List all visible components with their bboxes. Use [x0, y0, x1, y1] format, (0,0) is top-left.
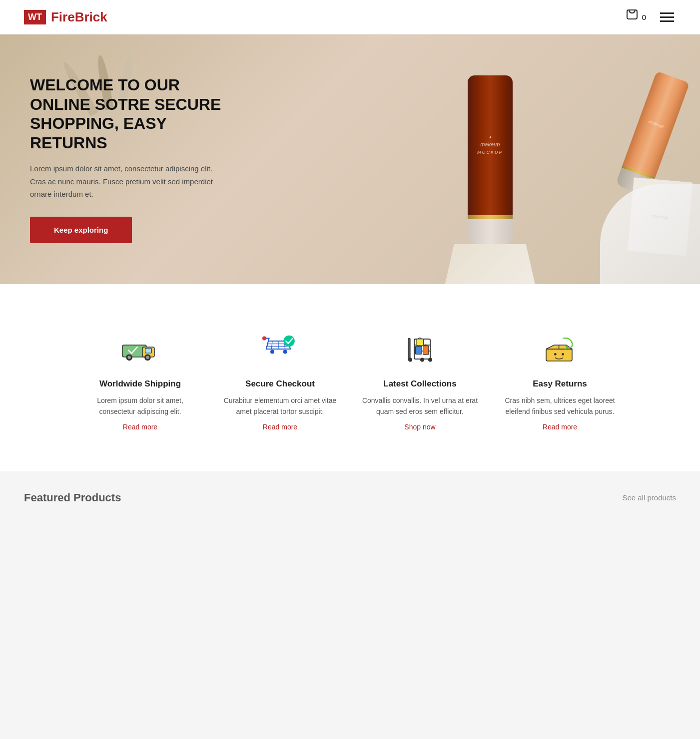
svg-point-23	[428, 358, 432, 362]
hero-products: ✦ makeupMOCKUP makeup makeup	[280, 34, 700, 284]
fabric-drape	[600, 184, 700, 284]
svg-point-15	[283, 336, 294, 347]
feature-shipping-link[interactable]: Read more	[123, 423, 157, 431]
feature-shipping-title: Worldwide Shipping	[80, 379, 200, 389]
feature-collections-title: Latest Collections	[360, 379, 480, 389]
side-tube-body: makeup	[623, 71, 690, 177]
menu-bar-2	[660, 16, 674, 18]
svg-point-16	[262, 336, 266, 340]
svg-point-21	[408, 358, 412, 362]
cart-count: 0	[642, 13, 646, 21]
features-grid: Worldwide Shipping Lorem ipsum dolor sit…	[75, 319, 625, 441]
svg-rect-3	[145, 348, 151, 353]
collections-icon	[395, 329, 445, 369]
main-tube: ✦ makeupMOCKUP	[468, 75, 513, 244]
feature-returns-link[interactable]: Read more	[543, 423, 577, 431]
tube-cap	[468, 219, 513, 244]
feature-shipping-desc: Lorem ipsum dolor sit amet, consectetur …	[80, 395, 200, 417]
featured-products-section: Featured Products See all products	[0, 471, 700, 519]
cart-button[interactable]: 0	[625, 9, 646, 25]
svg-point-5	[127, 356, 130, 359]
cart-icon	[625, 9, 639, 25]
side-tube-label: makeup	[648, 119, 665, 129]
svg-line-8	[271, 341, 272, 349]
svg-point-7	[146, 356, 149, 359]
hero-cta-button[interactable]: Keep exploring	[30, 217, 132, 243]
returns-icon	[535, 329, 585, 369]
feature-checkout-title: Secure Checkout	[220, 379, 340, 389]
svg-point-29	[554, 353, 557, 356]
tube-gold-ring	[468, 215, 513, 219]
svg-rect-20	[408, 338, 410, 359]
product-pedestal	[445, 244, 535, 284]
hero-description: Lorem ipsum dolor sit amet, consectetur …	[30, 162, 230, 201]
hero-section: ✦ makeupMOCKUP makeup makeup	[0, 34, 700, 284]
shipping-icon	[115, 329, 165, 369]
svg-point-14	[283, 350, 287, 354]
header: WT FireBrick 0	[0, 0, 700, 34]
logo: WT FireBrick	[24, 9, 107, 25]
tube-body: ✦ makeupMOCKUP	[468, 75, 513, 215]
side-tube: makeup	[616, 71, 690, 196]
svg-point-30	[562, 353, 564, 356]
logo-brick: Brick	[75, 9, 107, 24]
header-right: 0	[625, 9, 676, 25]
feature-checkout: Secure Checkout Curabitur elementum orci…	[215, 319, 345, 441]
feature-collections: Latest Collections Convallis convallis. …	[355, 319, 485, 441]
logo-fire: Fire	[51, 9, 75, 24]
feature-collections-desc: Convallis convallis. In vel urna at erat…	[360, 395, 480, 417]
svg-rect-26	[416, 339, 423, 346]
see-all-products-link[interactable]: See all products	[622, 493, 676, 502]
feature-collections-link[interactable]: Shop now	[404, 423, 435, 431]
feature-shipping: Worldwide Shipping Lorem ipsum dolor sit…	[75, 319, 205, 441]
svg-rect-0	[627, 10, 637, 19]
menu-bar-1	[660, 12, 674, 14]
feature-returns-title: Easy Returns	[500, 379, 620, 389]
feature-returns-desc: Cras nibh sem, ultrices eget laoreet ele…	[500, 395, 620, 417]
featured-products-title: Featured Products	[24, 491, 121, 504]
feature-checkout-desc: Curabitur elementum orci amet vitae amet…	[220, 395, 340, 417]
menu-button[interactable]	[658, 10, 676, 24]
product-scene: ✦ makeupMOCKUP makeup makeup	[280, 34, 700, 284]
features-section: Worldwide Shipping Lorem ipsum dolor sit…	[0, 284, 700, 471]
logo-wt: WT	[24, 10, 46, 24]
svg-point-22	[420, 358, 424, 362]
svg-rect-25	[423, 346, 428, 355]
hero-content: WELCOME TO OUR ONLINE SOTRE SECURE SHOPP…	[0, 45, 260, 273]
svg-point-13	[270, 350, 274, 354]
checkout-icon	[255, 329, 305, 369]
feature-checkout-link[interactable]: Read more	[263, 423, 297, 431]
menu-bar-3	[660, 20, 674, 22]
svg-rect-24	[415, 346, 422, 354]
tube-label: ✦ makeupMOCKUP	[477, 134, 503, 156]
hero-title: WELCOME TO OUR ONLINE SOTRE SECURE SHOPP…	[30, 75, 230, 152]
logo-text: FireBrick	[51, 9, 107, 25]
feature-returns: Easy Returns Cras nibh sem, ultrices ege…	[495, 319, 625, 441]
